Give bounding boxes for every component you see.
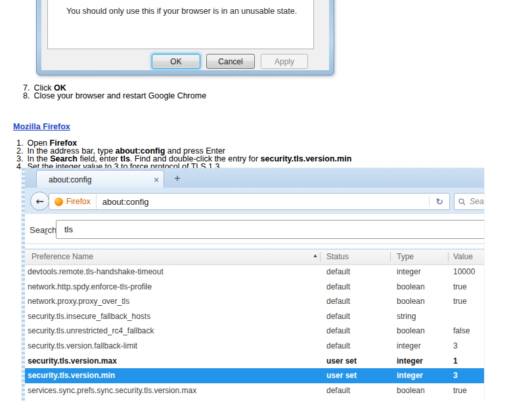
browser-search-input[interactable] <box>468 196 484 207</box>
tab-title: about:config <box>37 175 149 184</box>
divider <box>25 243 484 244</box>
firefox-steps-list: 1. Open Firefox 2. In the address bar, t… <box>16 139 351 171</box>
ok-button[interactable]: OK <box>152 54 200 69</box>
preferences-table: devtools.remote.tls-handshake-timeoutdef… <box>25 264 484 398</box>
address-bar[interactable]: Firefox about:config ↻ <box>49 193 450 210</box>
identity-chip[interactable]: Firefox <box>49 194 97 209</box>
table-row[interactable]: security.tls.insecure_fallback_hostsdefa… <box>25 309 484 324</box>
chrome-step-8: 8. Close your browser and restart Google… <box>23 92 206 100</box>
dialog-client-area: condition. You should only use this if y… <box>41 0 329 70</box>
mozilla-firefox-link[interactable]: Mozilla Firefox <box>13 122 70 131</box>
dialog-message: You should only use this if your browser… <box>66 7 297 16</box>
chrome-steps-list: 7. Click OK 8. Close your browser and re… <box>23 84 206 100</box>
firefox-icon <box>55 198 63 206</box>
page-search-input[interactable] <box>56 220 484 239</box>
clipped-text-fragment: condition. <box>66 0 102 1</box>
about-config-page: Search: Preference Name ▲ Status Type Va… <box>25 214 484 401</box>
dialog-message-box: condition. You should only use this if y… <box>47 0 314 49</box>
table-row-user-set-max[interactable]: security.tls.version.maxuser setinteger1 <box>25 354 484 369</box>
back-button[interactable]: ← <box>30 192 49 211</box>
tab-about-config[interactable]: about:config × <box>36 170 164 188</box>
tab-strip: about:config × + <box>22 168 484 188</box>
close-tab-icon[interactable]: × <box>149 175 164 185</box>
browser-search-box[interactable] <box>454 193 484 210</box>
firefox-window: about:config × + ← Firefox about:config … <box>22 168 484 401</box>
identity-label: Firefox <box>66 197 91 206</box>
back-arrow-icon: ← <box>35 196 44 207</box>
table-row[interactable]: services.sync.prefs.sync.security.tls.ve… <box>25 383 484 398</box>
search-icon <box>458 198 466 205</box>
table-row[interactable]: network.http.spdy.enforce-tls-profiledef… <box>25 280 484 295</box>
header-preference-name[interactable]: Preference Name <box>32 252 93 261</box>
reload-icon[interactable]: ↻ <box>429 196 449 207</box>
column-divider <box>390 252 391 261</box>
table-row[interactable]: security.tls.version.fallback-limitdefau… <box>25 339 484 354</box>
column-divider <box>448 252 449 261</box>
cancel-button[interactable]: Cancel <box>206 54 255 69</box>
page-search-label: Search: <box>30 225 59 235</box>
sort-ascending-icon: ▲ <box>313 253 318 259</box>
header-status[interactable]: Status <box>326 252 349 261</box>
table-row[interactable]: security.tls.unrestricted_rc4_fallbackde… <box>25 324 484 339</box>
url-text[interactable]: about:config <box>97 197 429 207</box>
table-row[interactable]: devtools.remote.tls-handshake-timeoutdef… <box>25 264 484 280</box>
window-left-edge <box>22 168 25 401</box>
navigation-toolbar: ← Firefox about:config ↻ <box>22 188 484 215</box>
windows-dialog: condition. You should only use this if y… <box>36 0 334 75</box>
column-divider <box>320 252 321 261</box>
new-tab-button[interactable]: + <box>169 172 185 186</box>
table-row-selected-min[interactable]: security.tls.version.minuser setinteger3 <box>25 368 484 383</box>
table-row[interactable]: network.proxy.proxy_over_tlsdefaultboole… <box>25 294 484 309</box>
apply-button[interactable]: Apply <box>261 54 308 69</box>
preferences-table-header: Preference Name ▲ Status Type Value <box>25 249 484 265</box>
header-value[interactable]: Value <box>453 252 473 261</box>
header-type[interactable]: Type <box>397 252 414 261</box>
